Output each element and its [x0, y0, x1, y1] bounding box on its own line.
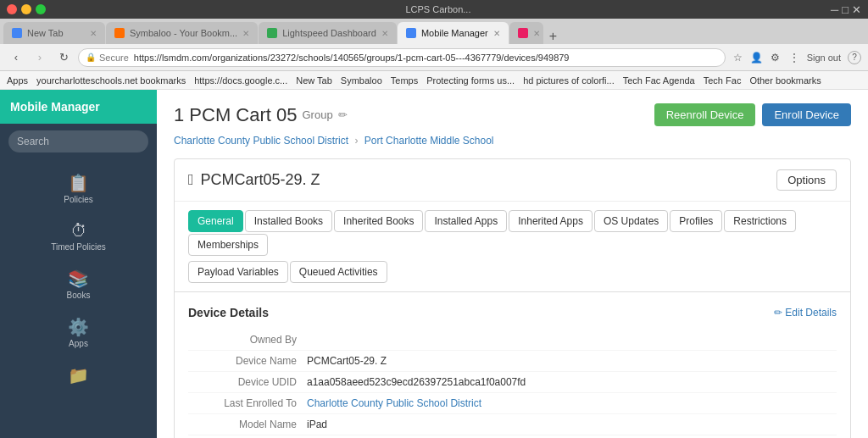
sidebar-item-timed-policies[interactable]: ⏱ Timed Policies [0, 214, 157, 258]
device-header:  PCMCart05-29. Z Options [175, 159, 850, 202]
toolbar-icons: ☆ 👤 ⚙ ⋮ [731, 50, 802, 65]
app-logo: Mobile Manager [10, 100, 100, 114]
tab-installed-apps[interactable]: Installed Apps [425, 210, 507, 232]
tab-label: New Tab [27, 28, 64, 38]
sidebar-item-policies[interactable]: 📋 Policies [0, 166, 157, 211]
detail-row-last-enrolled: Last Enrolled To Charlotte County Public… [188, 393, 837, 414]
options-button[interactable]: Options [776, 169, 837, 191]
tab-favicon [518, 28, 528, 38]
address-text: https://lsmdm.com/organizations/23272/sc… [134, 53, 570, 63]
reenroll-device-button[interactable]: Reenroll Device [654, 103, 756, 126]
bookmark-temps[interactable]: Temps [391, 75, 418, 86]
tab-installed-books[interactable]: Installed Books [245, 210, 332, 232]
tab-label: Symbaloo - Your Bookm... [130, 28, 237, 38]
menu-icon[interactable]: ⋮ [787, 50, 802, 65]
bookmark-protecting[interactable]: Protecting forms us... [426, 75, 515, 86]
bookmark-tech-fac[interactable]: Tech Fac Agenda [623, 75, 695, 86]
window-controls [7, 4, 46, 14]
apps-icon: ⚙️ [68, 317, 89, 337]
detail-label-device-name: Device Name [188, 355, 307, 367]
page-title: 1 PCM Cart 05 [174, 104, 298, 126]
minimize-button[interactable] [21, 4, 31, 14]
breadcrumb: Charlotte County Public School District … [174, 135, 851, 147]
details-section-title: Device Details [188, 306, 269, 319]
bookmark-icon[interactable]: ☆ [731, 50, 746, 65]
secure-label: Secure [99, 53, 129, 63]
sidebar-nav: 📋 Policies ⏱ Timed Policies 📚 Books ⚙️ A… [0, 159, 157, 401]
detail-value-last-enrolled[interactable]: Charlotte County Public School District [307, 397, 481, 409]
new-tab-button[interactable]: + [544, 29, 562, 44]
device-card:  PCMCart05-29. Z Options General Instal… [174, 158, 851, 438]
detail-value-model-name: iPad [307, 419, 327, 430]
sidebar-item-apps[interactable]: ⚙️ Apps [0, 310, 157, 355]
tab-close-icon[interactable]: ✕ [242, 29, 249, 38]
browser-tabs: New Tab ✕ Symbaloo - Your Bookm... ✕ Lig… [0, 19, 868, 44]
tab-close-icon[interactable]: ✕ [381, 29, 388, 38]
tabs-container: General Installed Books Inherited Books … [175, 202, 850, 292]
edit-group-icon[interactable]: ✏ [338, 108, 348, 121]
sidebar-item-books[interactable]: 📚 Books [0, 262, 157, 307]
tab-close-icon[interactable]: ✕ [533, 29, 540, 38]
sidebar-item-timed-policies-label: Timed Policies [51, 242, 106, 252]
address-bar[interactable]: 🔒 Secure https://lsmdm.com/organizations… [78, 48, 726, 67]
bookmark-new-tab[interactable]: New Tab [296, 75, 332, 86]
titlebar: LCPS Carbon... ─ □ ✕ [0, 0, 868, 19]
back-button[interactable]: ‹ [7, 48, 25, 67]
detail-label-model-name: Model Name [188, 419, 307, 430]
tab-mobile-manager[interactable]: Mobile Manager ✕ [398, 22, 509, 44]
extensions-icon[interactable]: ⚙ [768, 50, 783, 65]
policies-icon: 📋 [68, 173, 89, 193]
bookmark-tech-fac-2[interactable]: Tech Fac [704, 75, 742, 86]
tab-os-updates[interactable]: OS Updates [594, 210, 668, 232]
tab-payload-variables[interactable]: Payload Variables [188, 261, 288, 283]
tab-inherited-apps[interactable]: Inherited Apps [509, 210, 593, 232]
enroll-device-button[interactable]: Enroll Device [762, 103, 851, 126]
titlebar-label: LCPS Carbon... [405, 4, 470, 14]
breadcrumb-district[interactable]: Charlotte County Public School District [174, 135, 348, 147]
main-content: 1 PCM Cart 05 Group ✏ Reenroll Device En… [157, 90, 868, 438]
sidebar-header: Mobile Manager [0, 90, 157, 124]
browser-toolbar: ‹ › ↻ 🔒 Secure https://lsmdm.com/organiz… [0, 44, 868, 71]
tab-close-icon[interactable]: ✕ [90, 29, 97, 38]
tab-new-tab[interactable]: New Tab ✕ [3, 22, 105, 44]
tab-restrictions[interactable]: Restrictions [724, 210, 796, 232]
detail-label-udid: Device UDID [188, 376, 307, 388]
tab-memberships[interactable]: Memberships [188, 234, 268, 256]
bookmark-other[interactable]: Other bookmarks [749, 75, 821, 86]
breadcrumb-school[interactable]: Port Charlotte Middle School [364, 135, 494, 147]
bookmark-charlotte[interactable]: yourcharlotteschools.net bookmarks [36, 75, 186, 86]
search-input[interactable] [8, 130, 148, 152]
sidebar-item-extra[interactable]: 📁 [0, 358, 157, 394]
profile-icon[interactable]: 👤 [749, 50, 765, 65]
page-title-area: 1 PCM Cart 05 Group ✏ [174, 104, 348, 126]
detail-row-model-name: Model Name iPad [188, 414, 837, 435]
tab-close-icon[interactable]: ✕ [493, 29, 500, 38]
bookmark-hd-pictures[interactable]: hd pictures of colorfi... [523, 75, 615, 86]
app-layout: Mobile Manager 📋 Policies ⏱ Timed Polici… [0, 90, 868, 438]
bookmark-symbaloo[interactable]: Symbaloo [341, 75, 382, 86]
tab-general[interactable]: General [188, 210, 243, 232]
tab-extra[interactable]: ✕ [509, 22, 543, 44]
bookmark-apps[interactable]: Apps [7, 75, 28, 86]
close-button[interactable] [7, 4, 17, 14]
reload-button[interactable]: ↻ [54, 48, 73, 67]
details-header: Device Details ✏ Edit Details [188, 306, 837, 319]
edit-details-link[interactable]: ✏ Edit Details [774, 307, 837, 319]
help-icon[interactable]: ? [848, 51, 861, 64]
tab-lightspeed[interactable]: Lightspeed Dashboard ✕ [259, 22, 397, 44]
books-icon: 📚 [68, 269, 89, 289]
detail-row-device-name: Device Name PCMCart05-29. Z [188, 351, 837, 372]
forward-button[interactable]: › [31, 48, 49, 67]
tab-queued-activities[interactable]: Queued Activities [290, 261, 387, 283]
maximize-button[interactable] [36, 4, 46, 14]
bookmarks-bar: Apps yourcharlotteschools.net bookmarks … [0, 71, 868, 90]
tab-label: Mobile Manager [421, 28, 488, 38]
tab-inherited-books[interactable]: Inherited Books [334, 210, 423, 232]
tab-symbaloo[interactable]: Symbaloo - Your Bookm... ✕ [106, 22, 258, 44]
secure-icon: 🔒 [86, 53, 96, 62]
tab-profiles[interactable]: Profiles [670, 210, 722, 232]
breadcrumb-separator: › [354, 135, 358, 147]
sign-out-link[interactable]: Sign out [807, 53, 841, 63]
detail-row-udid: Device UDID a1aa058aeed523c9ecd26397251a… [188, 372, 837, 393]
bookmark-google-docs[interactable]: https://docs.google.c... [194, 75, 287, 86]
